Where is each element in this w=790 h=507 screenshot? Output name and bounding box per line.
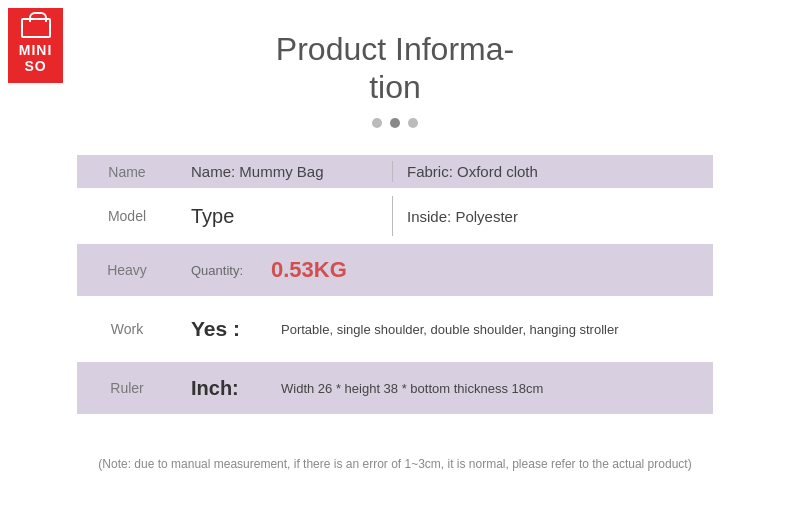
- inside-value: Inside: Polyester: [393, 190, 713, 242]
- ruler-detail: Width 26 * height 38 * bottom thickness …: [267, 362, 713, 414]
- quantity-sub-label: Quantity:: [177, 244, 257, 296]
- miniso-logo: MINI SO: [8, 8, 63, 83]
- dot-2[interactable]: [390, 118, 400, 128]
- fabric-detail: Oxford cloth: [457, 163, 538, 180]
- name-label: Name: [77, 156, 177, 188]
- table-row-work: Work Yes : Portable, single shoulder, do…: [77, 298, 713, 360]
- fabric-right-cell: Fabric: Oxford cloth: [393, 155, 713, 188]
- logo-text-mini: MINI: [19, 42, 53, 58]
- table-row-name: Name Name: Mummy Bag Fabric: Oxford clot…: [77, 155, 713, 188]
- dot-3[interactable]: [408, 118, 418, 128]
- name-left-cell: Name Name: Mummy Bag: [77, 155, 392, 188]
- model-type: Type: [191, 205, 234, 228]
- page-title: Product Informa-tion: [200, 30, 590, 107]
- name-value: Name: Mummy Bag: [177, 155, 338, 188]
- work-value-large: Yes :: [177, 298, 267, 360]
- inside-label: Inside:: [407, 208, 451, 225]
- ruler-inch: Inch:: [191, 377, 239, 400]
- table-row-ruler: Ruler Inch: Width 26 * height 38 * botto…: [77, 362, 713, 414]
- ruler-label: Ruler: [77, 362, 177, 414]
- fabric-label: Fabric:: [407, 163, 453, 180]
- model-label: Model: [77, 190, 177, 242]
- logo-bag-icon: [21, 18, 51, 38]
- fabric-value: Fabric: Oxford cloth: [393, 155, 552, 188]
- page-title-area: Product Informa-tion: [200, 30, 590, 107]
- logo-text-so: SO: [24, 58, 46, 74]
- work-label: Work: [77, 298, 177, 360]
- dot-1[interactable]: [372, 118, 382, 128]
- work-yes: Yes :: [191, 317, 240, 341]
- inside-detail: Polyester: [455, 208, 518, 225]
- carousel-dots: [0, 118, 790, 128]
- measurement-note: (Note: due to manual measurement, if the…: [0, 457, 790, 471]
- quantity-number: 0.53KG: [271, 257, 347, 283]
- model-value: Type: [177, 190, 392, 242]
- work-detail: Portable, single shoulder, double should…: [267, 298, 713, 360]
- table-row-model: Model Type Inside: Polyester: [77, 190, 713, 242]
- product-info-table: Name Name: Mummy Bag Fabric: Oxford clot…: [77, 155, 713, 414]
- table-row-heavy: Heavy Quantity: 0.53KG: [77, 244, 713, 296]
- heavy-label: Heavy: [77, 244, 177, 296]
- quantity-value: 0.53KG: [257, 244, 713, 296]
- ruler-value-large: Inch:: [177, 362, 267, 414]
